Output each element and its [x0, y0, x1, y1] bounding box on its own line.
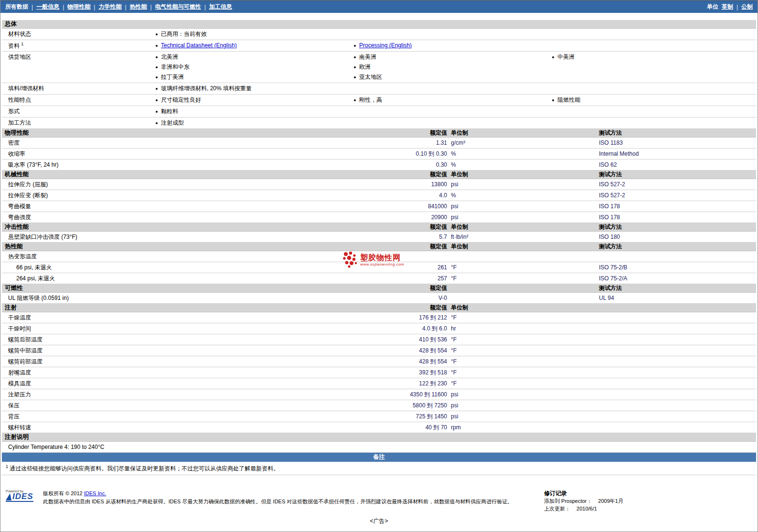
property-label: 射嘴温度: [2, 369, 155, 377]
unit-metric-link[interactable]: 公制: [741, 3, 753, 11]
row-label: 形式: [2, 106, 155, 116]
nav-mechanical[interactable]: 力学性能: [98, 3, 121, 11]
disclaimer-text: 此数据表中的信息由 IDES 从该材料的生产商处获得。IDES 尽最大努力确保此…: [43, 498, 541, 506]
row-value: 刚性，高: [359, 95, 382, 105]
nav-general-info[interactable]: 一般信息: [36, 3, 59, 11]
row-value: 欧洲: [359, 62, 371, 72]
property-value: 0.10 到 0.30: [155, 150, 447, 158]
nav-separator: |: [32, 4, 33, 11]
property-label: 弯曲强度: [2, 213, 155, 222]
nav-separator: |: [94, 4, 95, 11]
ides-inc-link[interactable]: IDES Inc.: [84, 490, 106, 496]
property-method: ISO 178: [598, 214, 756, 221]
column-header-method: 测试方法: [598, 243, 756, 251]
property-row: 弯曲模量 841000 psi ISO 178: [2, 201, 756, 212]
column-header-unit: 单位制: [447, 223, 598, 231]
nav-all-data[interactable]: 所有数据: [5, 3, 28, 11]
property-label: 干燥时间: [2, 325, 155, 333]
property-label: 悬壁梁缺口冲击强度 (73°F): [2, 233, 155, 241]
docs-label: 资料: [8, 43, 20, 49]
row-value: 北美洲: [161, 52, 178, 62]
bullet-icon: [156, 66, 158, 68]
row-value: 非洲和中东: [161, 62, 190, 72]
nav-thermal[interactable]: 热性能: [130, 3, 147, 11]
column-header-value: 额定值: [155, 243, 447, 251]
nav-processing-info[interactable]: 加工信息: [209, 3, 232, 11]
footnote: 1 通过这些链接您能够访问供应商资料。我们尽量保证及时更新资料；不过您可以从供应…: [2, 462, 756, 475]
column-header-method: 测试方法: [598, 129, 756, 137]
property-label: 干燥温度: [2, 314, 155, 322]
property-row: 密度 1.31 g/cm³ ISO 1183: [2, 138, 756, 149]
row-value: 中美洲: [557, 52, 575, 62]
property-value: 40 到 70: [155, 424, 447, 432]
added-value: 2009年1月: [598, 497, 623, 505]
property-label: 注塑压力: [2, 391, 155, 399]
property-value: 0.30: [155, 161, 447, 168]
property-method: ISO 527-2: [598, 181, 756, 188]
property-unit: psi: [447, 214, 598, 221]
property-unit: %: [447, 161, 598, 168]
property-method: ISO 75-2/B: [598, 264, 756, 271]
property-unit: psi: [447, 402, 598, 409]
property-unit: psi: [447, 391, 598, 398]
general-row-features: 性能特点 尺寸稳定性良好 刚性，高 阻燃性能: [2, 95, 756, 106]
column-header-method: 测试方法: [598, 170, 756, 179]
bullet-icon: [354, 56, 356, 58]
row-values: 玻璃纤维增强材料, 20% 填料按重量: [155, 84, 353, 94]
bullet-icon: [354, 99, 356, 101]
section-title: 物理性能: [2, 129, 155, 137]
property-label: 保压: [2, 402, 155, 410]
bullet-icon: [156, 99, 158, 101]
property-method: ISO 178: [598, 203, 756, 210]
bullet-icon: [156, 111, 158, 113]
property-value: 20900: [155, 214, 447, 221]
property-unit: °F: [447, 264, 598, 271]
bullet-icon: [354, 66, 356, 68]
property-value: 428 到 554: [155, 347, 447, 355]
property-unit: rpm: [447, 424, 598, 431]
section-header-impact: 冲击性能 额定值 单位制 测试方法: [2, 223, 756, 232]
property-unit: °F: [447, 369, 598, 376]
row-values: 已商用：当前有效: [155, 29, 353, 39]
unit-english-link[interactable]: 英制: [722, 3, 733, 11]
property-unit: ft·lb/in²: [447, 234, 598, 240]
property-value: 428 到 554: [155, 358, 447, 366]
property-unit: °F: [447, 358, 598, 365]
property-label: UL 阻燃等级 (0.0591 in): [2, 294, 155, 302]
property-unit: °F: [447, 336, 598, 343]
property-row: 螺筒前部温度 428 到 554 °F: [2, 356, 756, 367]
nav-electrical-flammability[interactable]: 电气性能与可燃性: [155, 3, 201, 11]
ides-logo[interactable]: Powered by IDES: [6, 489, 39, 506]
footnote-text: 通过这些链接您能够访问供应商资料。我们尽量保证及时更新资料；不过您可以从供应商处…: [10, 465, 279, 472]
property-method: Internal Method: [598, 150, 756, 157]
processing-link[interactable]: Processing (English): [359, 41, 412, 51]
property-row: 保压 5800 到 7250 psi: [2, 400, 756, 411]
watermark-name: 塑胶物性网: [360, 254, 404, 262]
section-title: 机械性能: [2, 170, 155, 179]
section-title: 可燃性: [2, 284, 155, 292]
property-value: 1.31: [155, 139, 447, 146]
row-values: Processing (English): [353, 41, 551, 51]
property-method: ISO 180: [598, 234, 756, 240]
injection-note: Cylinder Temperature 4: 190 to 240°C: [2, 442, 756, 453]
section-header-physical: 物理性能 额定值 单位制 测试方法: [2, 129, 756, 138]
property-method: ISO 62: [598, 161, 756, 168]
property-label: 螺筒后部温度: [2, 336, 155, 344]
bullet-icon: [552, 56, 554, 58]
row-value: 南美洲: [359, 52, 376, 62]
ides-logo-text: IDES: [12, 493, 33, 500]
property-row: 弯曲强度 20900 psi ISO 178: [2, 212, 756, 223]
property-unit: °F: [447, 380, 598, 387]
bullet-icon: [354, 45, 356, 47]
technical-datasheet-link[interactable]: Technical Datasheet (English): [161, 41, 237, 51]
row-value: 亚太地区: [359, 72, 382, 82]
nav-physical[interactable]: 物理性能: [67, 3, 90, 11]
bullet-icon: [156, 122, 158, 124]
property-unit: psi: [447, 203, 598, 210]
section-header-injection-notes: 注射说明: [2, 433, 756, 442]
row-values: 南美洲 欧洲 亚太地区: [353, 52, 551, 82]
property-unit: °F: [447, 275, 598, 282]
row-values: 颗粒料: [155, 106, 353, 117]
property-label: 拉伸应变 (断裂): [2, 192, 155, 200]
property-value: 4350 到 11600: [155, 391, 447, 399]
